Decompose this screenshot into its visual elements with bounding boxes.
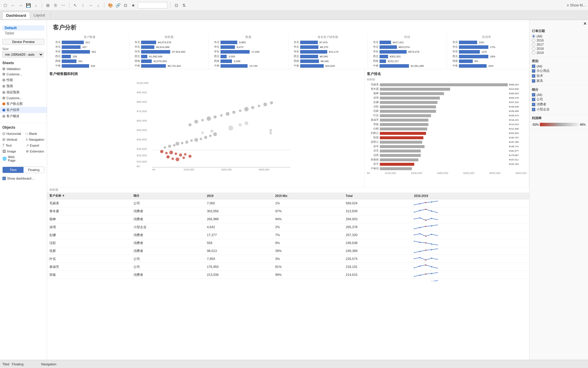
kpi-row: 华东 12% xyxy=(450,50,524,54)
kpi-bar-fill xyxy=(62,50,90,54)
show-me-button[interactable]: ≡ Show M... xyxy=(567,3,586,7)
back-icon[interactable]: ← xyxy=(10,2,16,8)
save-icon[interactable]: 💾 xyxy=(25,2,31,8)
svg-point-89 xyxy=(437,244,437,246)
seg-small[interactable]: ✓ 小型企业 xyxy=(532,107,586,112)
year-2016[interactable]: 2016 xyxy=(532,39,586,42)
year-2017[interactable]: 2017 xyxy=(532,43,586,46)
kpi-row: 华北 ¥8,270 xyxy=(291,45,365,49)
kpi-row: 华东 ¥7,924,493 xyxy=(132,50,206,54)
size-select[interactable]: min 1000x620 - auto xyxy=(2,52,44,57)
year-2018[interactable]: 2018 xyxy=(532,47,586,50)
close-icon[interactable]: ✕ xyxy=(583,21,587,26)
sheet-item-validation[interactable]: Validation xyxy=(0,66,47,72)
more-icon[interactable]: ⋯ xyxy=(60,2,66,8)
tiled-button[interactable]: Tiled xyxy=(3,167,24,173)
cursor-icon[interactable]: ↖ xyxy=(72,2,78,8)
category-filter-section: 类别 ✓ (All) ✓ 办公用品 ✓ 技术 ✓ 家具 xyxy=(529,57,588,86)
svg-point-101 xyxy=(419,266,420,267)
grid-icon[interactable]: ⊞ xyxy=(45,2,51,8)
link-icon[interactable]: 🔗 xyxy=(115,2,121,8)
cat-tech[interactable]: ✓ 技术 xyxy=(532,74,586,78)
object-image[interactable]: 🖼 Image xyxy=(0,148,24,154)
svg-point-46 xyxy=(176,158,179,161)
ranking-bar-value: ¥313,839 xyxy=(509,88,527,90)
check-consumer[interactable]: ✓ xyxy=(532,103,535,106)
seg-company[interactable]: ✓ 公司 xyxy=(532,97,586,102)
arrow-up-icon[interactable]: ↑ xyxy=(80,2,86,8)
check-furniture[interactable]: ✓ xyxy=(532,79,535,83)
expand-icon[interactable]: ⊡ xyxy=(123,2,128,8)
sheet-item-overview[interactable]: 客户概述 xyxy=(0,113,47,119)
seg-all[interactable]: ✓ (All) xyxy=(532,93,586,97)
object-blank[interactable]: □ Blank xyxy=(24,131,47,137)
ranking-bar-row: 卢春花 xyxy=(367,167,527,170)
sheet-item-custome1[interactable]: Custome... xyxy=(0,72,47,77)
svg-text:¥0: ¥0 xyxy=(152,168,155,171)
svg-point-18 xyxy=(190,139,193,142)
device-preview-button[interactable]: Device Preview xyxy=(2,39,44,45)
search-input[interactable] xyxy=(138,2,167,9)
object-export[interactable]: ↗ Export xyxy=(24,142,47,148)
sheet-item-forecast[interactable]: 预测 xyxy=(0,83,47,89)
sheet-item-perf[interactable]: 性能 xyxy=(0,77,47,83)
forward-icon[interactable]: → xyxy=(18,2,24,8)
kpi-bar-fill xyxy=(141,41,156,44)
year-all[interactable]: (All) xyxy=(532,34,586,38)
check-small[interactable]: ✓ xyxy=(532,108,535,111)
svg-point-16 xyxy=(181,142,183,145)
svg-point-25 xyxy=(194,120,198,124)
sheet-item-ranking[interactable]: 客户排序 xyxy=(0,107,47,113)
ranking-bar-value: ¥214,615 xyxy=(509,123,527,126)
sheet-item-scatter[interactable]: 客户散点图 xyxy=(0,101,47,107)
svg-point-27 xyxy=(207,116,211,121)
floating-button[interactable]: Floating xyxy=(24,167,44,173)
charts-row: 客户销售额和利润 ¥100,000 ¥90,000 ¥80,000 ¥70,00… xyxy=(47,69,529,187)
radio-2018[interactable] xyxy=(532,47,535,50)
object-vertical[interactable]: ⊞ Vertical xyxy=(0,137,24,142)
cat-furniture[interactable]: ✓ 家具 xyxy=(532,79,586,83)
svg-point-71 xyxy=(419,217,420,218)
color-icon[interactable]: 🎨 xyxy=(107,2,113,8)
object-text[interactable]: T Text xyxy=(0,142,24,148)
ranking-bar-value: ¥181,677 xyxy=(509,150,527,152)
svg-point-82 xyxy=(425,236,426,237)
fit-icon[interactable]: ⊡ xyxy=(173,2,179,8)
object-extension[interactable]: ⊕ Extension xyxy=(24,148,47,154)
star-icon[interactable]: ★ xyxy=(130,2,136,8)
show-dashboard-checkbox[interactable]: ✓ xyxy=(2,177,6,180)
tab-dashboard[interactable]: Dashboard xyxy=(2,12,30,19)
check-seg-all[interactable]: ✓ xyxy=(532,93,535,97)
kpi-row: 东北 9,883 xyxy=(211,40,285,44)
customer-table-wrapper[interactable]: 销售额 客户名称 ▼ 细分 2019 2019 Mix Total 2016-2… xyxy=(47,187,529,281)
radio-2019[interactable] xyxy=(532,51,535,54)
sheet-item-custome2[interactable]: Custome... xyxy=(0,95,47,101)
radio-2017[interactable] xyxy=(532,43,535,46)
radio-all[interactable] xyxy=(532,34,535,38)
object-navigation[interactable]: ≡ Navigation xyxy=(24,137,47,142)
copy-icon[interactable]: ⎘ xyxy=(53,2,59,8)
cat-all[interactable]: ✓ (All) xyxy=(532,64,586,68)
year-2019[interactable]: 2019 xyxy=(532,51,586,54)
object-horizontal[interactable]: ⊟ Horizontal xyxy=(0,131,24,137)
seg-consumer[interactable]: ✓ 消费者 xyxy=(532,102,586,107)
object-webpage[interactable]: 🌐 Web Page xyxy=(0,154,24,163)
check-office[interactable]: ✓ xyxy=(532,69,535,73)
ranking-bar-label: 朱丽画 xyxy=(367,158,379,162)
share-icon[interactable]: ⇅ xyxy=(181,2,187,8)
home-icon[interactable]: ⬡ xyxy=(2,2,8,8)
check-tech[interactable]: ✓ xyxy=(532,74,535,78)
sheet-item-hypothesis[interactable]: 假设预测 xyxy=(0,89,47,95)
kpi-customer-count: 客户数量 东北 511 华北 437 华东 xyxy=(50,34,129,69)
sheet-dot xyxy=(2,67,5,70)
text-icon: T xyxy=(2,143,4,147)
download-icon[interactable]: ↓ xyxy=(33,2,39,8)
check-company[interactable]: ✓ xyxy=(532,98,535,101)
arrow-down-icon[interactable]: ↓ xyxy=(95,2,101,8)
kpi-row: 中南 ¥1,061,465 xyxy=(370,64,445,68)
cat-office[interactable]: ✓ 办公用品 xyxy=(532,69,586,73)
radio-2016[interactable] xyxy=(532,39,535,42)
check-cat-all[interactable]: ✓ xyxy=(532,64,535,68)
tab-layout[interactable]: Layout xyxy=(30,12,49,19)
arrow-right-icon[interactable]: → xyxy=(88,2,93,8)
